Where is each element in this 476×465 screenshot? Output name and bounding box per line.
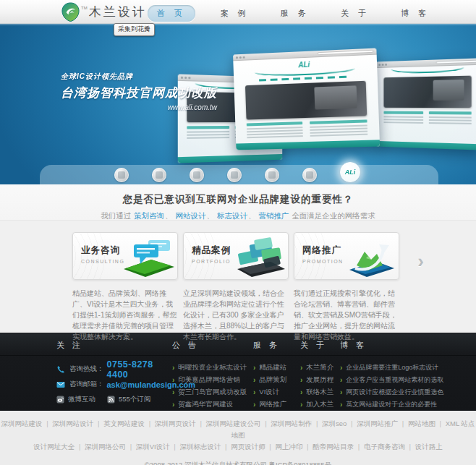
about-link[interactable]: ›联络木兰	[300, 386, 340, 398]
service-link[interactable]: ›VI设计	[253, 386, 300, 398]
client-logo-band: ALi	[40, 165, 438, 184]
banner-url: www.ali.com.tw	[61, 103, 217, 111]
nav-item-about[interactable]: 关 于	[335, 5, 375, 22]
link-webdesign[interactable]: 网站设计	[176, 211, 206, 220]
arrow-bullet-icon: ›	[300, 388, 302, 396]
seo-link[interactable]: 深圳标志设计	[179, 443, 231, 451]
seo-link[interactable]: 深圳VI设计	[136, 443, 180, 451]
about-label: 木兰简介	[306, 363, 333, 372]
hotline-number[interactable]: 0755-8278 4400	[107, 359, 173, 380]
card-consulting-box[interactable]: 业务咨询 CONSULTING	[72, 232, 178, 280]
blog-link[interactable]: ›网页设计应根据企业行业慎重选色	[340, 386, 476, 398]
service-link[interactable]: ›品牌策划	[253, 374, 300, 386]
card-portfolio-box[interactable]: 精品案例 PORTFOLIO	[183, 232, 289, 280]
card-title: 精品案例	[192, 244, 231, 257]
seo-link[interactable]: 深圳网站设计	[52, 419, 103, 427]
footer-col-notice: ›明曜投资企业标志设计 ›印美嘉品牌网络营销 ›贺三门岛官网成功改版 ›贺鑫鸿华…	[172, 362, 253, 411]
browser-body	[376, 66, 476, 150]
link-planning[interactable]: 策划咨询	[134, 211, 164, 220]
rss-icon	[107, 396, 115, 404]
rss-link[interactable]: 555个订阅	[107, 395, 150, 404]
seo-links-row2: 设计网址大全深圳网络公司深圳VI设计深圳标志设计网页设计师网上冲印酷帝网站目录电…	[0, 441, 476, 453]
seo-link[interactable]: 深圳网络公司	[85, 443, 136, 451]
client-logo-icon[interactable]	[190, 168, 204, 182]
client-logo-icon[interactable]	[265, 168, 279, 182]
seo-link[interactable]: 设计网址大全	[33, 443, 85, 451]
card-promotion-box[interactable]: 网络推广 PROMOTION	[294, 232, 399, 280]
seo-link[interactable]: 网页设计师	[231, 443, 275, 451]
seo-link[interactable]: 深圳seo	[322, 419, 357, 427]
client-logo-icon[interactable]	[114, 168, 129, 182]
logo[interactable]: TM 木兰设计	[61, 2, 147, 22]
intro-section: 您是否已意识到互联网对企业品牌建设的重要性？ 我们通过 策划咨询、 网站设计、 …	[0, 184, 476, 221]
collect-to-huaban-button[interactable]: 采集到花瓣	[114, 23, 155, 36]
separator: 、	[165, 211, 174, 220]
seo-link[interactable]: 深圳网站制作	[271, 419, 322, 427]
logo-text: 木兰设计	[89, 4, 147, 20]
footer-col-follow: 咨询热线： 0755-8278 4400 咨询邮箱： ask@mulandesi…	[56, 362, 172, 411]
seo-link[interactable]: 网上冲印	[275, 443, 313, 451]
about-label: 发展历程	[306, 375, 333, 385]
notice-label: 贺鑫鸿华官网建设	[178, 400, 233, 409]
notice-link[interactable]: ›贺鑫鸿华官网建设	[172, 398, 253, 411]
logo-leaf-icon	[61, 2, 80, 22]
link-logodesign[interactable]: 标志设计	[217, 211, 247, 220]
portfolio-icon	[230, 236, 286, 278]
seo-link[interactable]: 酷帝网站目录	[313, 443, 364, 451]
notice-link[interactable]: ›印美嘉品牌网络营销	[172, 374, 253, 386]
card-description: 立足深圳网站建设领域，结合企业品牌理念和网站定位进行个性化设计，已有300 多家…	[183, 288, 289, 342]
card-description: 我们通过正规搜索引擎优化，结合论坛营销、博客营销、邮件营销、软文营销及SMO营销…	[294, 288, 399, 342]
card-subtitle: CONSULTING	[81, 259, 124, 264]
intro-heading: 您是否已意识到互联网对企业品牌建设的重要性？	[0, 193, 476, 206]
client-logo-icon[interactable]	[302, 168, 317, 182]
seo-link[interactable]: 网站地图	[408, 419, 446, 427]
service-link[interactable]: ›精品建站	[253, 362, 300, 374]
footer-columns: 咨询热线： 0755-8278 4400 咨询邮箱： ask@mulandesi…	[0, 356, 476, 411]
seo-link[interactable]: 英文网站建设	[103, 419, 155, 427]
carousel-next-button[interactable]: ›	[417, 254, 424, 268]
notice-link[interactable]: ›贺三门岛官网成功改版	[172, 386, 253, 398]
seo-link[interactable]: 深圳网站推广	[357, 419, 408, 427]
nav-item-services[interactable]: 服 务	[275, 5, 315, 22]
banner-browser-center: ALi	[233, 48, 380, 150]
hotline-label: 咨询热线：	[69, 364, 104, 374]
nav-item-cases[interactable]: 案 例	[215, 5, 255, 22]
about-link[interactable]: ›发展历程	[300, 374, 340, 386]
client-logo-icon[interactable]	[227, 168, 242, 182]
about-link[interactable]: ›加入木兰	[300, 398, 340, 411]
separator: 、	[207, 211, 216, 220]
client-logo-icon[interactable]	[152, 168, 166, 182]
arrow-bullet-icon: ›	[172, 376, 174, 384]
seo-link[interactable]: 深圳网页设计	[155, 419, 206, 427]
client-logo-ali-active[interactable]: ALi	[340, 162, 360, 182]
blog-link[interactable]: ›英文网站建设对于企业的必要性	[340, 398, 476, 411]
seo-link[interactable]: 电子商务咨询	[364, 443, 415, 451]
seo-link[interactable]: 深圳网站建设	[1, 419, 53, 427]
about-link[interactable]: ›木兰简介	[300, 362, 340, 374]
site-footer: 关 注 公 告 服 务 关 于 博 客 咨询热线： 0755-8278 4400…	[0, 333, 476, 411]
nav-item-blog[interactable]: 博 客	[395, 5, 435, 22]
service-link[interactable]: ›网络推广	[253, 398, 300, 411]
nav-item-home[interactable]: 首 页	[148, 5, 195, 22]
about-label: 联络木兰	[306, 388, 333, 397]
blog-label: 企业客户应当重视网站素材的选取	[346, 375, 443, 385]
notice-label: 印美嘉品牌网络营销	[178, 375, 240, 385]
arrow-bullet-icon: ›	[253, 364, 255, 372]
hero-banner: 全球IC设计领先品牌 台湾扬智科技官网成功改版 www.ali.com.tw	[0, 24, 476, 184]
phone-icon	[56, 365, 65, 374]
card-portfolio: 精品案例 PORTFOLIO	[183, 232, 289, 342]
link-marketing[interactable]: 营销推广	[258, 211, 289, 220]
blog-link[interactable]: ›企业品牌需要注重Logo标志设计	[340, 362, 476, 374]
notice-link[interactable]: ›明曜投资企业标志设计	[172, 362, 253, 374]
seo-links-row1: 深圳网站建设深圳网站设计英文网站建设深圳网页设计深圳网站建设公司深圳网站制作深圳…	[0, 418, 476, 441]
copyright: ©2008-2012 深圳木兰信息技术有限公司 粤ICP备08018855号	[0, 461, 476, 465]
blog-link[interactable]: ›企业客户应当重视网站素材的选取	[340, 374, 476, 386]
arrow-bullet-icon: ›	[172, 388, 174, 396]
arrow-bullet-icon: ›	[172, 401, 174, 409]
social-row: 微博互动 555个订阅	[56, 392, 172, 407]
weibo-label: 微博互动	[68, 395, 95, 404]
seo-link[interactable]: 设计路上	[415, 443, 443, 451]
weibo-link[interactable]: 微博互动	[56, 395, 95, 404]
seo-link[interactable]: 深圳网站建设公司	[206, 419, 271, 427]
top-bar: TM 木兰设计 首 页 案 例 服 务 关 于 博 客	[0, 0, 476, 24]
